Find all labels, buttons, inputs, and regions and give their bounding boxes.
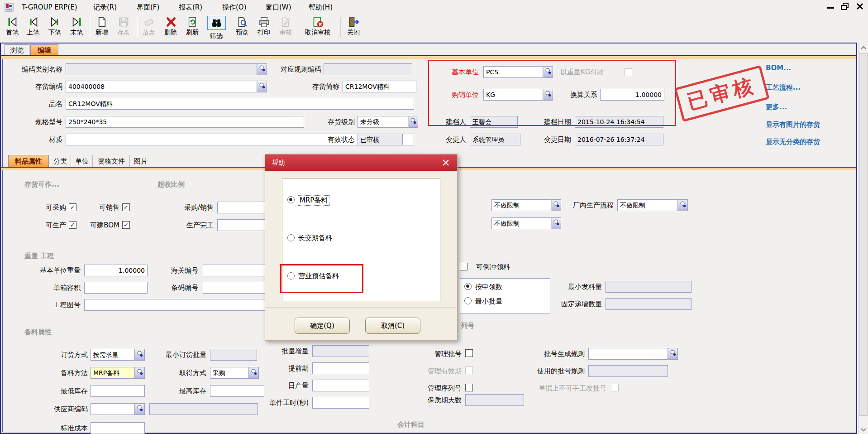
menu-help[interactable]: 帮助(H) bbox=[309, 3, 333, 12]
scroll-down-icon[interactable] bbox=[860, 426, 867, 432]
issue-by-request-radio[interactable] bbox=[464, 283, 472, 290]
min-order-field[interactable] bbox=[210, 349, 257, 361]
prep-method-field[interactable]: MRP备料 bbox=[91, 367, 135, 379]
toolbar-preview-button[interactable]: 预览 bbox=[232, 16, 253, 36]
supplier-code-lookup-button[interactable] bbox=[135, 403, 145, 415]
cancel-button[interactable]: 取消(C) bbox=[365, 318, 420, 334]
manage-serial-checkbox[interactable] bbox=[465, 384, 473, 391]
order-mode-field[interactable]: 按需求量 bbox=[91, 349, 135, 361]
lot-rule-lookup-button[interactable] bbox=[668, 348, 678, 360]
scrollbar-thumb[interactable] bbox=[859, 53, 868, 416]
box-volume-field[interactable] bbox=[84, 282, 148, 294]
toolbar-first-button[interactable]: 首笔 bbox=[2, 16, 23, 36]
toolbar-save-button[interactable]: 存盘 bbox=[113, 16, 134, 36]
inv-abbr-field[interactable]: CR12MOV精料 bbox=[343, 81, 416, 92]
manage-expiry-checkbox[interactable] bbox=[465, 366, 473, 374]
can-bom-checkbox[interactable] bbox=[122, 221, 130, 229]
toolbar-filter-button[interactable]: 筛选 bbox=[205, 16, 228, 40]
lot-rule-field[interactable] bbox=[588, 348, 668, 360]
restore-icon[interactable] bbox=[841, 3, 849, 10]
subtab-item-attributes[interactable]: 料品属性 bbox=[8, 155, 49, 168]
limit2-lookup-button[interactable] bbox=[551, 217, 561, 229]
unit-weight-field[interactable]: 1.00000 bbox=[84, 265, 148, 276]
scroll-up-icon[interactable] bbox=[860, 44, 867, 51]
inv-code-field[interactable]: 400400008 bbox=[66, 81, 257, 92]
product-name-field[interactable]: CR12MOV精料 bbox=[66, 98, 414, 110]
toolbar-discard-button[interactable]: 放弃 bbox=[138, 16, 159, 36]
tab-browse[interactable]: 浏览 bbox=[5, 44, 29, 56]
toolbar-next-button[interactable]: 下笔 bbox=[44, 16, 65, 36]
can-buy-checkbox[interactable] bbox=[69, 203, 76, 211]
spec-field[interactable]: 250*240*35 bbox=[66, 116, 304, 128]
limit1-field[interactable]: 不做限制 bbox=[491, 199, 551, 211]
order-mode-lookup-button[interactable] bbox=[135, 349, 145, 361]
menu-window[interactable]: 窗口(W) bbox=[266, 3, 291, 12]
menu-report[interactable]: 报表(R) bbox=[179, 3, 202, 12]
manage-lot-checkbox[interactable] bbox=[465, 349, 473, 357]
acquire-mode-lookup-button[interactable] bbox=[249, 367, 259, 379]
menu-operate[interactable]: 操作(O) bbox=[222, 3, 247, 12]
subtab-unit[interactable]: 单位 bbox=[72, 155, 93, 168]
toolbar-refresh-button[interactable]: 刷新 bbox=[182, 16, 203, 36]
vertical-scrollbar[interactable] bbox=[858, 43, 868, 434]
can-make-checkbox[interactable] bbox=[69, 221, 76, 229]
minimize-icon[interactable] bbox=[827, 7, 834, 9]
issue-min-batch-radio[interactable] bbox=[464, 297, 472, 304]
fixed-increment-field[interactable] bbox=[606, 298, 692, 310]
inv-level-lookup-button[interactable] bbox=[408, 116, 418, 128]
link-show-unclassified[interactable]: 显示无分类的存货 bbox=[766, 138, 820, 146]
toolbar-close-button[interactable]: 关闭 bbox=[343, 16, 364, 36]
toolbar-delete-button[interactable]: 删除 bbox=[160, 16, 181, 36]
dialog-close-icon[interactable] bbox=[441, 158, 450, 167]
option-mrp-radio[interactable] bbox=[287, 196, 295, 203]
option-mrp-label[interactable]: MRP备料 bbox=[298, 195, 329, 206]
prep-method-lookup-button[interactable] bbox=[135, 367, 145, 379]
inv-level-field[interactable]: 未分级 bbox=[358, 116, 408, 128]
subtab-qualification[interactable]: 资格文件 bbox=[93, 155, 130, 168]
option-long-leadtime-radio[interactable] bbox=[287, 234, 295, 241]
link-process-flow[interactable]: 工艺流程... bbox=[766, 83, 801, 92]
rule-code-field[interactable] bbox=[324, 63, 412, 75]
menu-record[interactable]: 记录(R) bbox=[93, 3, 117, 12]
menu-interface[interactable]: 界面(F) bbox=[137, 3, 159, 12]
factory-flow-lookup-button[interactable] bbox=[678, 199, 688, 211]
daily-output-field[interactable] bbox=[312, 380, 369, 391]
toolbar-last-button[interactable]: 末笔 bbox=[66, 16, 87, 36]
link-bom[interactable]: BOM... bbox=[766, 64, 791, 72]
help-dialog-titlebar[interactable]: 帮助 bbox=[265, 154, 457, 171]
code-category-lookup-button[interactable] bbox=[257, 63, 267, 75]
batch-increment-field[interactable] bbox=[312, 345, 369, 357]
link-more[interactable]: 更多... bbox=[766, 103, 787, 111]
used-lot-rule-field[interactable] bbox=[588, 365, 668, 377]
close-window-icon[interactable] bbox=[856, 3, 863, 10]
limit1-lookup-button[interactable] bbox=[551, 199, 561, 211]
toolbar-prev-button[interactable]: 上笔 bbox=[23, 16, 43, 36]
shelf-days-field[interactable] bbox=[465, 394, 524, 406]
inv-code-lookup-button[interactable] bbox=[257, 81, 267, 92]
toolbar-audit-button[interactable]: 审核 bbox=[275, 16, 296, 36]
ok-button[interactable]: 确定(Q) bbox=[295, 318, 350, 334]
tab-edit[interactable]: 编辑 bbox=[30, 44, 58, 56]
no-manual-lot-checkbox[interactable] bbox=[611, 384, 619, 391]
std-cost-field[interactable] bbox=[91, 422, 145, 434]
factory-flow-field[interactable]: 不做限制 bbox=[617, 199, 678, 211]
lead-time-field[interactable] bbox=[312, 362, 369, 374]
subtab-image[interactable]: 图片 bbox=[130, 155, 151, 168]
subtab-classification[interactable]: 分类 bbox=[50, 155, 71, 168]
toolbar-print-button[interactable]: 打印 bbox=[253, 16, 274, 36]
toolbar-new-button[interactable]: 新增 bbox=[91, 16, 112, 36]
can-sell-checkbox[interactable] bbox=[122, 203, 130, 211]
backflush-checkbox[interactable] bbox=[460, 263, 467, 270]
min-stock-field[interactable] bbox=[91, 385, 145, 397]
toolbar-cancel-audit-button[interactable]: 取消审核 bbox=[297, 16, 339, 36]
cycle-time-field[interactable] bbox=[312, 397, 369, 409]
link-show-with-images[interactable]: 显示有图片的存货 bbox=[766, 121, 820, 129]
supplier-code-field[interactable] bbox=[91, 403, 135, 415]
max-stock-field[interactable] bbox=[210, 385, 264, 397]
option-long-leadtime-label[interactable]: 长交期备料 bbox=[298, 234, 332, 242]
limit2-field[interactable]: 不做限制 bbox=[491, 217, 551, 229]
acquire-mode-field[interactable]: 采购 bbox=[210, 367, 249, 379]
code-category-field[interactable] bbox=[66, 63, 257, 75]
min-issue-field[interactable] bbox=[606, 281, 692, 293]
menu-tgroup-erp[interactable]: T-GROUP ERP(E) bbox=[22, 3, 77, 11]
